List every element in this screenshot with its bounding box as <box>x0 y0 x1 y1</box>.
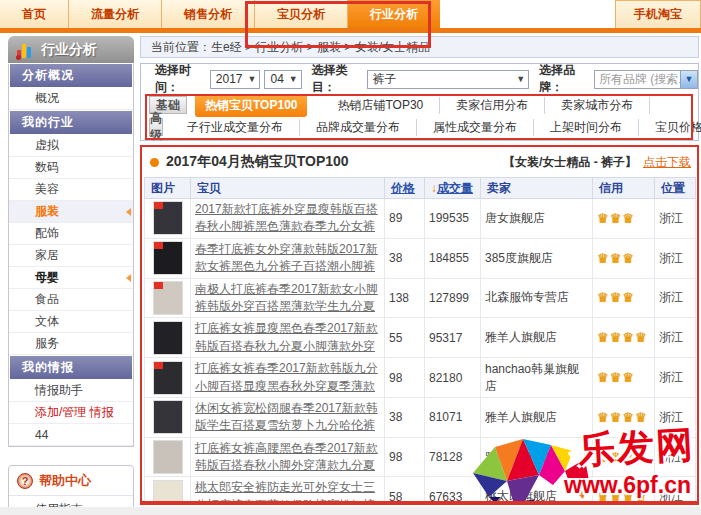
seller-cell: 唐女旗舰店 <box>481 199 593 239</box>
hot-badge-icon <box>154 282 163 289</box>
volume-cell: 199535 <box>425 199 481 239</box>
nav-tab-0[interactable]: 首页 <box>0 0 69 28</box>
nav-divider-bar <box>0 28 701 33</box>
year-select[interactable]: 2017▼ <box>210 70 261 89</box>
price-cell: 98 <box>385 358 425 398</box>
category-filter-label: 选择类目： <box>312 62 363 96</box>
sidebar-item-6[interactable]: 服装 <box>9 201 133 223</box>
nav-tab-3[interactable]: 宝贝分析 <box>255 0 348 28</box>
industry-analysis-page: 首页流量分析销售分析宝贝分析行业分析 手机淘宝 行业分析 分析概况概况我的行业虚… <box>0 0 701 515</box>
nav-tab-2[interactable]: 销售分析 <box>162 0 255 28</box>
product-thumbnail[interactable] <box>153 480 183 505</box>
tab-basic-1[interactable]: 热销店铺TOP30 <box>321 97 440 114</box>
col-volume[interactable]: ↓成交量 <box>425 178 481 199</box>
product-thumbnail[interactable] <box>153 201 183 235</box>
product-title-link[interactable]: 2017新款打底裤外穿显瘦韩版百搭春秋小脚裤黑色薄款春季九分女裤 <box>195 201 380 236</box>
sidebar-item-3[interactable]: 虚拟 <box>9 135 133 157</box>
table-title: 2017年04月热销宝贝TOP100 <box>166 153 349 171</box>
tab-basic-3[interactable]: 卖家城市分布 <box>545 97 650 114</box>
sidebar-item-9[interactable]: 母婴 <box>9 267 133 289</box>
price-cell: 58 <box>385 477 425 505</box>
table-row: 休闲女裤宽松阔腿春季2017新款韩版学生百搭夏雪纺萝卜九分哈伦裤3881071雅… <box>145 397 696 437</box>
volume-cell: 127899 <box>425 278 481 318</box>
volume-cell: 78128 <box>425 437 481 477</box>
col-credit: 信用 <box>593 178 655 199</box>
volume-cell: 184855 <box>425 238 481 278</box>
breadcrumb: 当前位置：生e经 > 行业分析 > 服装 > 女装/女士精品 <box>140 36 699 58</box>
tab-advanced-1[interactable]: 品牌成交量分布 <box>300 119 417 136</box>
product-thumbnail[interactable] <box>153 440 183 474</box>
product-title-link[interactable]: 春季打底裤女外穿薄款韩版2017新款女裤黑色九分裤子百搭潮小脚裤 <box>195 241 380 276</box>
product-title-link[interactable]: 打底裤女裤显瘦黑色春季2017新款韩版百搭春秋九分夏小脚薄款外穿 <box>195 320 380 355</box>
brand-placeholder: 所有品牌 (搜索...) <box>595 71 680 88</box>
nav-tab-1[interactable]: 流量分析 <box>69 0 162 28</box>
sidebar-item-8[interactable]: 家居 <box>9 245 133 267</box>
top-nav-tabs: 首页流量分析销售分析宝贝分析行业分析 <box>0 0 440 28</box>
hot-badge-icon <box>154 362 163 369</box>
credit-crown-icons: ♛♛♛♛ <box>597 450 648 465</box>
time-filter-label: 选择时间： <box>155 62 206 96</box>
location-cell: 浙江 <box>655 318 696 358</box>
filter-row: 选择时间： 2017▼ 04▼ 选择类目： 裤子▼ 选择品牌： 所有品牌 (搜索… <box>141 64 698 94</box>
price-cell: 55 <box>385 318 425 358</box>
product-thumbnail[interactable] <box>153 400 183 434</box>
price-cell: 98 <box>385 437 425 477</box>
col-price[interactable]: 价格 <box>385 178 425 199</box>
location-cell: 浙江 <box>655 199 696 239</box>
sidebar-item-10[interactable]: 食品 <box>9 289 133 311</box>
table-subtitle: 【女装/女士精品 - 裤子】 <box>503 154 637 171</box>
nav-tab-mobile-taobao[interactable]: 手机淘宝 <box>615 0 701 28</box>
product-thumbnail[interactable] <box>153 241 183 275</box>
sidebar-item-1[interactable]: 概况 <box>9 88 133 110</box>
product-title-link[interactable]: 南极人打底裤春季2017新款女小脚裤韩版外穿百搭黑薄款学生九分夏 <box>195 281 380 316</box>
sidebar-item-7[interactable]: 配饰 <box>9 223 133 245</box>
product-thumbnail[interactable] <box>153 281 183 315</box>
brand-search-combo[interactable]: 所有品牌 (搜索...) ▼ <box>594 70 698 89</box>
product-title-link[interactable]: 休闲女裤宽松阔腿春季2017新款韩版学生百搭夏雪纺萝卜九分哈伦裤 <box>195 400 380 435</box>
bar-chart-icon <box>16 42 34 58</box>
sidebar-item-4[interactable]: 数码 <box>9 157 133 179</box>
sidebar-item-15[interactable]: 添加/管理 情报 <box>9 402 133 424</box>
nav-tab-4[interactable]: 行业分析 <box>348 0 440 28</box>
table-row: 春季打底裤女外穿薄款韩版2017新款女裤黑色九分裤子百搭潮小脚裤38184855… <box>145 238 696 278</box>
seller-cell: 北森服饰专营店 <box>481 278 593 318</box>
col-location: 位置 <box>655 178 696 199</box>
credit-crown-icons: ♛♛♛ <box>597 370 635 385</box>
product-thumbnail[interactable] <box>153 321 183 355</box>
location-cell: 浙江 <box>655 278 696 318</box>
brand-filter-label: 选择品牌： <box>539 62 590 96</box>
sidebar-item-16[interactable]: 44 <box>9 424 133 446</box>
product-title-link[interactable]: 打底裤女裤高腰黑色春季2017新款韩版百搭春秋小脚外穿薄款九分夏 <box>195 440 380 475</box>
main-content: 当前位置：生e经 > 行业分析 > 服装 > 女装/女士精品 选择时间： 201… <box>140 36 699 505</box>
tab-advanced-0[interactable]: 子行业成交量分布 <box>171 119 300 136</box>
product-title-link[interactable]: 桃太郎安全裤防走光可外穿女士三分打底裤春夏薄款保险裤宽松短裤 <box>195 479 380 505</box>
arrow-left-icon <box>126 274 131 282</box>
table-row: 打底裤女裤高腰黑色春季2017新款韩版百搭春秋小脚外穿薄款九分夏9878128雅… <box>145 437 696 477</box>
download-link[interactable]: 点击下载 <box>643 154 691 171</box>
seller-cell: hanchao韩巢旗舰店 <box>481 358 593 398</box>
sidebar-item-14[interactable]: 情报助手 <box>9 380 133 402</box>
table-header-row: 图片 宝贝 价格 ↓成交量 卖家 信用 位置 <box>145 178 696 199</box>
month-select[interactable]: 04▼ <box>264 70 301 89</box>
sidebar-item-0: 分析概况 <box>10 64 132 87</box>
sidebar-item-5[interactable]: 美容 <box>9 179 133 201</box>
sidebar-item-12[interactable]: 服务 <box>9 333 133 355</box>
brand-dropdown-button[interactable]: ▼ <box>680 71 697 88</box>
sidebar-header: 行业分析 <box>8 36 134 63</box>
category-select[interactable]: 裤子▼ <box>367 70 530 89</box>
col-image: 图片 <box>145 178 191 199</box>
col-seller: 卖家 <box>481 178 593 199</box>
tab-advanced-4[interactable]: 宝贝价格分布 <box>639 119 701 136</box>
product-thumbnail[interactable] <box>153 361 183 395</box>
product-title-link[interactable]: 打底裤女裤春季2017新款韩版九分小脚百搭显瘦黑春秋外穿夏季薄款 <box>195 360 380 395</box>
credit-crown-icons: ♛♛♛ <box>597 290 635 305</box>
seller-cell: 桃太郎旗舰店 <box>481 477 593 505</box>
tab-advanced-3[interactable]: 上架时间分布 <box>534 119 639 136</box>
seller-cell: 雅羊人旗舰店 <box>481 437 593 477</box>
sidebar-item-11[interactable]: 文体 <box>9 311 133 333</box>
tab-basic-0[interactable]: 热销宝贝TOP100 <box>195 94 307 117</box>
table-title-row: 2017年04月热销宝贝TOP100 【女装/女士精品 - 裤子】 点击下载 <box>142 147 697 177</box>
tab-basic-2[interactable]: 卖家信用分布 <box>440 97 545 114</box>
tab-advanced-2[interactable]: 属性成交量分布 <box>417 119 534 136</box>
price-cell: 89 <box>385 199 425 239</box>
